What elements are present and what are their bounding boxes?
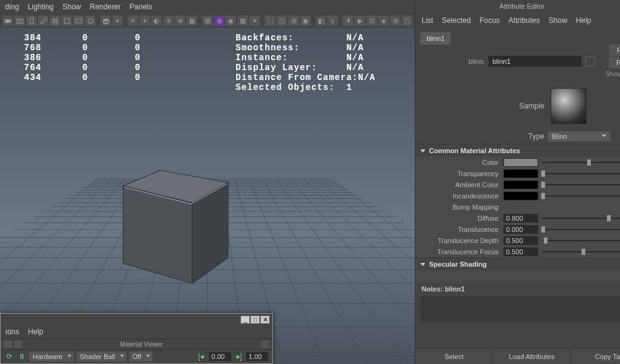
tool-xray-icon[interactable]: ◫ — [277, 16, 287, 26]
tool-bake-icon[interactable] — [85, 16, 95, 26]
translucence-slider[interactable] — [541, 225, 620, 234]
bracket-in-icon[interactable]: [● — [197, 352, 206, 362]
pause-icon[interactable]: ⏸ — [17, 352, 27, 362]
refresh-icon[interactable]: ⟳ — [4, 352, 14, 362]
menu-lighting[interactable]: Lighting — [28, 2, 54, 11]
material-sample-swatch[interactable] — [551, 88, 587, 124]
environment-dropdown[interactable]: Off — [129, 352, 153, 362]
tool-exposure-icon[interactable]: ◧ — [316, 16, 326, 26]
tool-resolution-gate-icon[interactable]: ⊡ — [366, 16, 377, 26]
popout-icon[interactable] — [261, 340, 268, 348]
tool-select-camera-icon[interactable] — [2, 16, 13, 26]
focus-in-icon[interactable] — [585, 56, 595, 66]
tool-wire-on-shaded-icon[interactable]: ◉ — [226, 16, 236, 26]
ambient-color-slider[interactable] — [541, 180, 620, 189]
ae-menu-focus[interactable]: Focus — [479, 16, 500, 25]
tab-blinn1[interactable]: blinn1 — [420, 32, 451, 45]
material-viewer-titlebar[interactable]: _ □ ✕ — [1, 314, 272, 325]
notes-textarea[interactable] — [420, 296, 620, 322]
tool-light-icon[interactable]: ☀ — [128, 16, 138, 26]
transparency-swatch[interactable] — [503, 169, 538, 178]
svg-rect-2 — [64, 19, 69, 24]
tool-bookmark-icon[interactable] — [26, 16, 37, 26]
tool-textured2-icon[interactable]: ▩ — [237, 16, 248, 26]
select-button[interactable]: Select — [415, 349, 493, 364]
menu-panels[interactable]: Panels — [130, 2, 153, 11]
translucence-input[interactable] — [503, 225, 538, 234]
diffuse-input[interactable] — [503, 214, 538, 223]
ae-menu-list[interactable]: List — [422, 16, 433, 25]
incandescence-swatch[interactable] — [503, 192, 538, 200]
tool-textured-icon[interactable]: ▦ — [187, 16, 197, 26]
menu-renderer[interactable]: Renderer — [90, 2, 121, 11]
svg-point-1 — [19, 20, 21, 22]
ae-menu-help[interactable]: Help — [576, 16, 591, 25]
translucence-focus-input[interactable] — [503, 247, 538, 256]
tool-gamma-icon[interactable]: γ — [327, 16, 338, 26]
section-specular-shading[interactable]: Specular Shading — [415, 257, 620, 270]
panel-title: Attribute Editor — [415, 2, 620, 10]
range-end-input[interactable] — [246, 352, 268, 361]
ae-menu-show[interactable]: Show — [549, 16, 567, 25]
minimize-icon[interactable]: _ — [241, 316, 250, 324]
color-slider[interactable] — [541, 158, 620, 167]
tool-xray-joints-icon[interactable]: ⊞ — [288, 16, 299, 26]
translucence-depth-input[interactable] — [503, 236, 538, 245]
tool-image-plane-icon[interactable] — [73, 16, 84, 26]
bracket-out-icon[interactable]: ●] — [234, 352, 244, 362]
mv-menu-options[interactable]: ions — [6, 327, 19, 336]
tool-use-all-lights-icon[interactable]: ✦ — [249, 16, 260, 26]
tool-safe-action-icon[interactable]: ▢ — [402, 16, 412, 26]
focus-button[interactable]: Focus — [609, 45, 620, 56]
menu-show[interactable]: Show — [63, 2, 81, 11]
tool-gate-mask-icon[interactable]: ◈ — [378, 16, 389, 26]
tool-cube-dd-icon[interactable]: ▾ — [112, 16, 123, 26]
bump-mapping-label: Bump Mapping — [420, 203, 501, 211]
section-common-material[interactable]: Common Material Attributes — [415, 144, 620, 157]
pin-icon[interactable] — [4, 340, 12, 348]
incandescence-slider[interactable] — [541, 192, 620, 200]
mv-menu-help[interactable]: Help — [28, 327, 43, 336]
node-name-input[interactable] — [489, 56, 582, 67]
diffuse-slider[interactable] — [541, 214, 620, 223]
material-viewer-window[interactable]: _ □ ✕ ions Help Material Viewer ⟳ ⏸ Hard… — [0, 313, 273, 364]
range-start-input[interactable] — [209, 352, 231, 361]
renderer-dropdown[interactable]: Hardware — [29, 352, 74, 362]
tool-grid-icon[interactable] — [50, 16, 60, 26]
show-button[interactable]: Show — [605, 71, 620, 79]
presets-button[interactable]: Presets — [609, 57, 620, 68]
heads-up-stats-right: Backfaces: N/A Smoothness: N/A Instance:… — [236, 33, 376, 92]
tool-motion-icon[interactable]: ⊗ — [175, 16, 185, 26]
load-attributes-button[interactable]: Load Attributes — [493, 349, 570, 364]
close-panel-icon[interactable] — [14, 340, 22, 348]
tool-cube-icon[interactable] — [100, 16, 111, 26]
tool-light-dd-icon[interactable]: ▾ — [140, 16, 150, 26]
menu-shading[interactable]: ding — [5, 2, 19, 11]
geometry-dropdown[interactable]: Shader Ball — [76, 352, 126, 362]
tool-clip-icon[interactable] — [61, 16, 72, 26]
tool-isolate-select-icon[interactable]: ⬚ — [265, 16, 275, 26]
material-type-dropdown[interactable]: Blinn — [548, 131, 610, 141]
transparency-slider[interactable] — [541, 169, 620, 178]
tool-shadows-icon[interactable]: ◐ — [151, 16, 162, 26]
copy-tab-button[interactable]: Copy Tab — [571, 349, 620, 364]
maximize-icon[interactable]: □ — [250, 316, 260, 324]
cube-mesh[interactable] — [123, 171, 228, 283]
tool-smooth-shaded-icon[interactable] — [214, 16, 224, 26]
translucence-depth-slider[interactable] — [541, 236, 620, 245]
tool-field-chart-icon[interactable]: ⊞ — [390, 16, 401, 26]
ae-menu-attributes[interactable]: Attributes — [508, 16, 540, 25]
color-swatch[interactable] — [503, 158, 538, 167]
translucence-focus-slider[interactable] — [541, 247, 620, 256]
tool-ao-icon[interactable]: ※ — [163, 16, 174, 26]
close-icon[interactable]: ✕ — [260, 316, 270, 324]
tool-xray-active-icon[interactable]: ▣ — [300, 16, 311, 26]
ambient-color-swatch[interactable] — [503, 180, 538, 189]
tool-depth-icon[interactable]: ⬇ — [343, 16, 353, 26]
tool-edit-icon[interactable] — [38, 16, 48, 26]
tool-sel-highlight-icon[interactable]: ▶ — [355, 16, 365, 26]
tool-snapshot-icon[interactable] — [14, 16, 25, 26]
ae-menu-selected[interactable]: Selected — [442, 16, 471, 25]
notes-label: Notes: blinn1 — [415, 282, 620, 296]
tool-wireframe-icon[interactable] — [202, 16, 213, 26]
